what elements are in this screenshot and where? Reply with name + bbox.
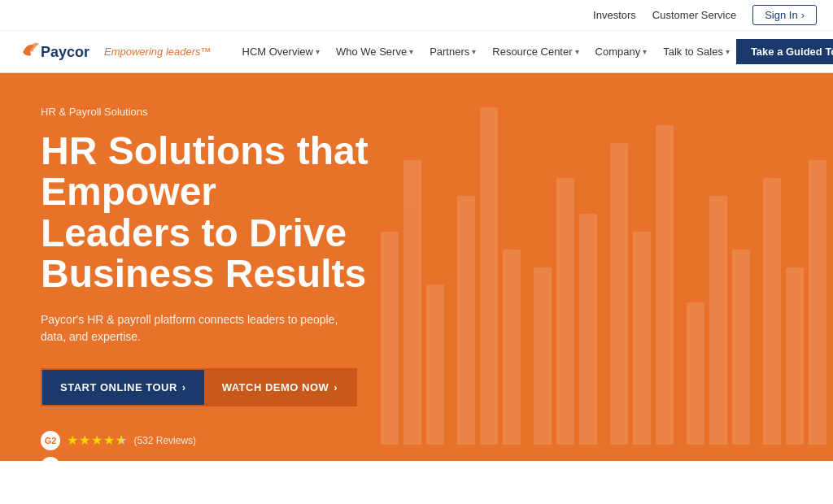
chevron-down-icon: ▾ <box>726 47 730 56</box>
start-online-tour-button[interactable]: START ONLINE TOUR › <box>42 370 204 405</box>
nav-talk-to-sales[interactable]: Talk to Sales ▾ <box>656 41 736 63</box>
reviews-section: G2 ★ ★ ★ ★ ★ ★ (532 Reviews) ✈ ★ ★ <box>41 431 447 461</box>
customer-service-link[interactable]: Customer Service <box>652 9 736 21</box>
chevron-down-icon: ▾ <box>643 47 647 56</box>
g2-stars: ★ ★ ★ ★ ★ ★ <box>67 432 127 448</box>
guided-tour-button[interactable]: Take a Guided Tour › <box>736 39 833 64</box>
review-row-capterra: ✈ ★ ★ ★ ★ ★ ★ (2,065 Reviews) <box>41 457 447 461</box>
capterra-logo: ✈ <box>41 457 60 461</box>
chevron-down-icon: ▾ <box>409 47 413 56</box>
nav-resource-center[interactable]: Resource Center ▾ <box>486 41 585 63</box>
logo[interactable]: Paycor Empowering leaders™ <box>16 39 212 65</box>
chevron-down-icon: ▾ <box>472 47 476 56</box>
g2-logo: G2 <box>41 431 60 450</box>
investors-link[interactable]: Investors <box>593 9 636 21</box>
chevron-down-icon: ▾ <box>316 47 320 56</box>
hero-title: HR Solutions that Empower Leaders to Dri… <box>41 131 447 295</box>
g2-review-count: (532 Reviews) <box>133 435 196 446</box>
nav-right: Take a Guided Tour › <box>736 38 833 65</box>
nav-partners[interactable]: Partners ▾ <box>423 41 482 63</box>
main-nav: Paycor Empowering leaders™ HCM Overview … <box>0 31 833 73</box>
capterra-stars: ★ ★ ★ ★ ★ ★ <box>67 458 127 461</box>
nav-who-we-serve[interactable]: Who We Serve ▾ <box>329 41 420 63</box>
hero-buttons: START ONLINE TOUR › WATCH DEMO NOW › <box>41 368 357 406</box>
watch-demo-button[interactable]: WATCH DEMO NOW › <box>204 370 356 405</box>
hero-subtitle: Paycor's HR & payroll platform connects … <box>41 311 350 345</box>
utility-bar: Investors Customer Service Sign In › <box>0 0 833 31</box>
svg-text:Paycor: Paycor <box>41 44 89 60</box>
hero-content: HR & Payroll Solutions HR Solutions that… <box>41 106 447 461</box>
hero-label: HR & Payroll Solutions <box>41 106 447 118</box>
hero-section: HR & Payroll Solutions HR Solutions that… <box>0 73 833 461</box>
paycor-logo-svg: Paycor <box>16 39 98 65</box>
chevron-down-icon: ▾ <box>575 47 579 56</box>
nav-links: HCM Overview ▾ Who We Serve ▾ Partners ▾… <box>236 41 736 63</box>
nav-hcm-overview[interactable]: HCM Overview ▾ <box>236 41 326 63</box>
nav-company[interactable]: Company ▾ <box>589 41 654 63</box>
logo-tagline: Empowering leaders™ <box>104 46 212 58</box>
sign-in-button[interactable]: Sign In › <box>752 5 817 25</box>
review-row-g2: G2 ★ ★ ★ ★ ★ ★ (532 Reviews) <box>41 431 447 450</box>
